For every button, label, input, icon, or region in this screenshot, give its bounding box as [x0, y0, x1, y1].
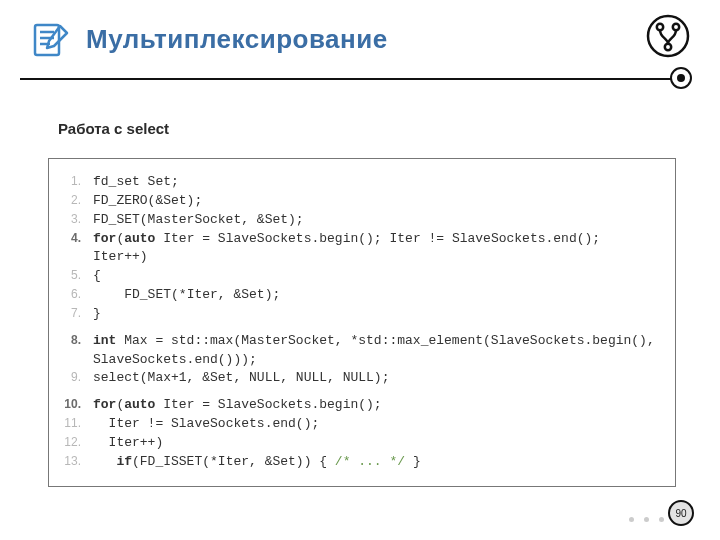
slide-title: Мультиплексирование [86, 24, 388, 55]
code-text: if(FD_ISSET(*Iter, &Set)) { /* ... */ } [93, 453, 661, 472]
code-text: select(Max+1, &Set, NULL, NULL, NULL); [93, 369, 661, 388]
code-text: Iter != SlaveSockets.end(); [93, 415, 661, 434]
line-number: 10. [63, 396, 93, 415]
svg-point-6 [673, 24, 679, 30]
line-number: 1. [63, 173, 93, 192]
code-text: FD_SET(*Iter, &Set); [93, 286, 661, 305]
line-number: 12. [63, 434, 93, 453]
line-number: 9. [63, 369, 93, 388]
branch-icon [646, 14, 690, 62]
line-number: 8. [63, 332, 93, 370]
code-text: FD_SET(MasterSocket, &Set); [93, 211, 661, 230]
code-text: for(auto Iter = SlaveSockets.begin(); [93, 396, 661, 415]
code-text: for(auto Iter = SlaveSockets.begin(); It… [93, 230, 661, 268]
decorative-dots [629, 517, 664, 522]
page-number-badge: 90 [668, 500, 694, 526]
code-text: fd_set Set; [93, 173, 661, 192]
code-text: int Max = std::max(MasterSocket, *std::m… [93, 332, 661, 370]
line-number: 3. [63, 211, 93, 230]
divider-node-icon [670, 67, 692, 89]
svg-point-5 [657, 24, 663, 30]
line-number: 11. [63, 415, 93, 434]
code-text: FD_ZERO(&Set); [93, 192, 661, 211]
svg-rect-0 [35, 25, 59, 55]
slide-header: Мультиплексирование [0, 0, 720, 60]
code-text: Iter++) [93, 434, 661, 453]
line-number: 6. [63, 286, 93, 305]
section-subtitle: Работа с select [58, 120, 169, 137]
divider [20, 78, 690, 80]
code-text: { [93, 267, 661, 286]
code-block: 1.fd_set Set; 2.FD_ZERO(&Set); 3.FD_SET(… [48, 158, 676, 487]
svg-point-7 [665, 44, 671, 50]
line-number: 5. [63, 267, 93, 286]
line-number: 2. [63, 192, 93, 211]
line-number: 7. [63, 305, 93, 324]
line-number: 13. [63, 453, 93, 472]
line-number: 4. [63, 230, 93, 268]
edit-icon [30, 18, 72, 60]
code-text: } [93, 305, 661, 324]
